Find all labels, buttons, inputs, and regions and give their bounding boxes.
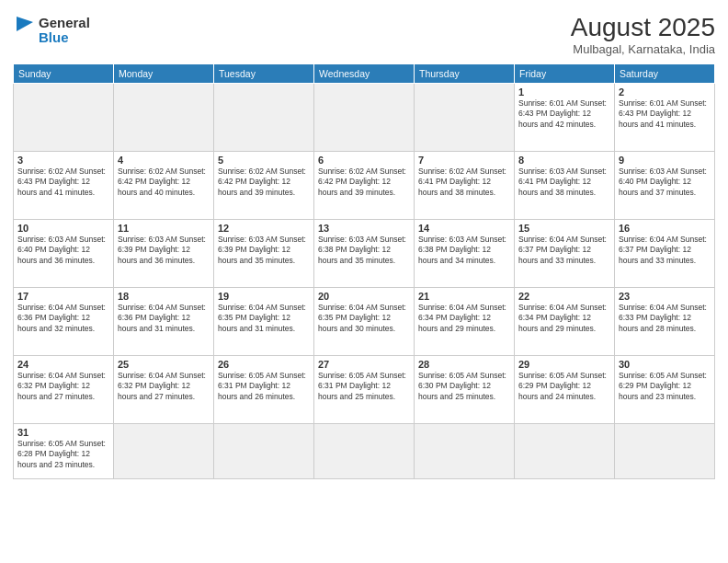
day-number: 20 xyxy=(318,291,410,302)
col-header-tuesday: Tuesday xyxy=(214,64,314,84)
day-number: 31 xyxy=(17,427,109,438)
day-info: Sunrise: 6:05 AM Sunset: 6:31 PM Dayligh… xyxy=(318,371,410,402)
day-info: Sunrise: 6:03 AM Sunset: 6:38 PM Dayligh… xyxy=(418,235,510,266)
calendar-cell xyxy=(214,424,314,479)
svg-marker-0 xyxy=(17,17,33,31)
calendar-cell: 7Sunrise: 6:02 AM Sunset: 6:41 PM Daylig… xyxy=(415,152,515,220)
day-info: Sunrise: 6:03 AM Sunset: 6:40 PM Dayligh… xyxy=(17,235,109,266)
day-number: 18 xyxy=(118,291,210,302)
day-number: 28 xyxy=(418,359,510,370)
day-info: Sunrise: 6:03 AM Sunset: 6:39 PM Dayligh… xyxy=(118,235,210,266)
day-number: 16 xyxy=(619,223,711,234)
day-info: Sunrise: 6:01 AM Sunset: 6:43 PM Dayligh… xyxy=(518,98,610,130)
day-info: Sunrise: 6:05 AM Sunset: 6:30 PM Dayligh… xyxy=(418,371,510,402)
day-number: 24 xyxy=(17,359,109,370)
page-header: GeneralBlue August 2025 Mulbagal, Karnat… xyxy=(13,13,715,56)
calendar-cell: 12Sunrise: 6:03 AM Sunset: 6:39 PM Dayli… xyxy=(214,220,314,288)
calendar-cell: 30Sunrise: 6:05 AM Sunset: 6:29 PM Dayli… xyxy=(615,356,715,424)
day-info: Sunrise: 6:05 AM Sunset: 6:28 PM Dayligh… xyxy=(17,439,109,470)
logo: GeneralBlue xyxy=(13,13,96,48)
calendar-table: SundayMondayTuesdayWednesdayThursdayFrid… xyxy=(13,63,715,479)
day-number: 6 xyxy=(318,155,410,166)
day-info: Sunrise: 6:02 AM Sunset: 6:41 PM Dayligh… xyxy=(418,167,510,198)
title-block: August 2025 Mulbagal, Karnataka, India xyxy=(571,13,715,56)
day-info: Sunrise: 6:04 AM Sunset: 6:33 PM Dayligh… xyxy=(619,303,711,334)
day-number: 10 xyxy=(17,223,109,234)
calendar-cell: 28Sunrise: 6:05 AM Sunset: 6:30 PM Dayli… xyxy=(415,356,515,424)
day-info: Sunrise: 6:03 AM Sunset: 6:39 PM Dayligh… xyxy=(218,235,310,266)
location-subtitle: Mulbagal, Karnataka, India xyxy=(571,42,715,56)
calendar-cell: 6Sunrise: 6:02 AM Sunset: 6:42 PM Daylig… xyxy=(314,152,415,220)
col-header-wednesday: Wednesday xyxy=(314,64,415,84)
calendar-cell xyxy=(615,424,715,479)
calendar-week-row: 31Sunrise: 6:05 AM Sunset: 6:28 PM Dayli… xyxy=(14,424,715,479)
day-info: Sunrise: 6:04 AM Sunset: 6:35 PM Dayligh… xyxy=(218,303,310,334)
calendar-cell: 29Sunrise: 6:05 AM Sunset: 6:29 PM Dayli… xyxy=(515,356,615,424)
calendar-cell: 18Sunrise: 6:04 AM Sunset: 6:36 PM Dayli… xyxy=(114,288,214,356)
day-number: 2 xyxy=(619,86,711,98)
col-header-sunday: Sunday xyxy=(14,64,114,84)
day-number: 30 xyxy=(619,359,711,370)
day-number: 9 xyxy=(619,155,711,166)
day-info: Sunrise: 6:02 AM Sunset: 6:42 PM Dayligh… xyxy=(218,167,310,198)
calendar-cell: 20Sunrise: 6:04 AM Sunset: 6:35 PM Dayli… xyxy=(314,288,415,356)
calendar-cell xyxy=(14,84,114,152)
calendar-cell xyxy=(114,424,214,479)
calendar-cell xyxy=(214,84,314,152)
day-number: 13 xyxy=(318,223,410,234)
calendar-cell: 2Sunrise: 6:01 AM Sunset: 6:43 PM Daylig… xyxy=(615,84,715,152)
calendar-cell: 9Sunrise: 6:03 AM Sunset: 6:40 PM Daylig… xyxy=(615,152,715,220)
day-info: Sunrise: 6:04 AM Sunset: 6:32 PM Dayligh… xyxy=(17,371,109,402)
day-number: 14 xyxy=(418,223,510,234)
day-number: 19 xyxy=(218,291,310,302)
calendar-cell: 8Sunrise: 6:03 AM Sunset: 6:41 PM Daylig… xyxy=(515,152,615,220)
calendar-cell xyxy=(314,424,415,479)
day-info: Sunrise: 6:04 AM Sunset: 6:37 PM Dayligh… xyxy=(619,235,711,266)
calendar-cell xyxy=(515,424,615,479)
day-info: Sunrise: 6:05 AM Sunset: 6:31 PM Dayligh… xyxy=(218,371,310,402)
calendar-cell: 17Sunrise: 6:04 AM Sunset: 6:36 PM Dayli… xyxy=(14,288,114,356)
calendar-cell: 25Sunrise: 6:04 AM Sunset: 6:32 PM Dayli… xyxy=(114,356,214,424)
calendar-cell: 15Sunrise: 6:04 AM Sunset: 6:37 PM Dayli… xyxy=(515,220,615,288)
day-number: 7 xyxy=(418,155,510,166)
calendar-cell xyxy=(114,84,214,152)
calendar-cell: 10Sunrise: 6:03 AM Sunset: 6:40 PM Dayli… xyxy=(14,220,114,288)
col-header-monday: Monday xyxy=(114,64,214,84)
day-number: 23 xyxy=(619,291,711,302)
calendar-week-row: 3Sunrise: 6:02 AM Sunset: 6:43 PM Daylig… xyxy=(14,152,715,220)
day-number: 26 xyxy=(218,359,310,370)
day-info: Sunrise: 6:04 AM Sunset: 6:35 PM Dayligh… xyxy=(318,303,410,334)
calendar-cell: 19Sunrise: 6:04 AM Sunset: 6:35 PM Dayli… xyxy=(214,288,314,356)
calendar-cell: 27Sunrise: 6:05 AM Sunset: 6:31 PM Dayli… xyxy=(314,356,415,424)
day-number: 17 xyxy=(17,291,109,302)
calendar-cell: 11Sunrise: 6:03 AM Sunset: 6:39 PM Dayli… xyxy=(114,220,214,288)
calendar-cell: 26Sunrise: 6:05 AM Sunset: 6:31 PM Dayli… xyxy=(214,356,314,424)
day-number: 8 xyxy=(518,155,610,166)
calendar-cell xyxy=(314,84,415,152)
calendar-header-row: SundayMondayTuesdayWednesdayThursdayFrid… xyxy=(14,64,715,84)
calendar-cell xyxy=(415,84,515,152)
day-info: Sunrise: 6:02 AM Sunset: 6:43 PM Dayligh… xyxy=(17,167,109,198)
calendar-cell: 21Sunrise: 6:04 AM Sunset: 6:34 PM Dayli… xyxy=(415,288,515,356)
calendar-week-row: 24Sunrise: 6:04 AM Sunset: 6:32 PM Dayli… xyxy=(14,356,715,424)
calendar-cell: 31Sunrise: 6:05 AM Sunset: 6:28 PM Dayli… xyxy=(14,424,114,479)
col-header-thursday: Thursday xyxy=(415,64,515,84)
day-info: Sunrise: 6:04 AM Sunset: 6:34 PM Dayligh… xyxy=(518,303,610,334)
day-info: Sunrise: 6:03 AM Sunset: 6:38 PM Dayligh… xyxy=(318,235,410,266)
col-header-friday: Friday xyxy=(515,64,615,84)
day-info: Sunrise: 6:04 AM Sunset: 6:32 PM Dayligh… xyxy=(118,371,210,402)
day-number: 21 xyxy=(418,291,510,302)
svg-text:Blue: Blue xyxy=(39,29,69,45)
day-number: 22 xyxy=(518,291,610,302)
day-info: Sunrise: 6:05 AM Sunset: 6:29 PM Dayligh… xyxy=(619,371,711,402)
calendar-cell: 24Sunrise: 6:04 AM Sunset: 6:32 PM Dayli… xyxy=(14,356,114,424)
calendar-week-row: 17Sunrise: 6:04 AM Sunset: 6:36 PM Dayli… xyxy=(14,288,715,356)
day-number: 3 xyxy=(17,155,109,166)
logo-svg: GeneralBlue xyxy=(13,13,96,48)
calendar-cell xyxy=(415,424,515,479)
day-info: Sunrise: 6:04 AM Sunset: 6:36 PM Dayligh… xyxy=(17,303,109,334)
day-number: 25 xyxy=(118,359,210,370)
day-info: Sunrise: 6:04 AM Sunset: 6:37 PM Dayligh… xyxy=(518,235,610,266)
calendar-cell: 23Sunrise: 6:04 AM Sunset: 6:33 PM Dayli… xyxy=(615,288,715,356)
day-number: 29 xyxy=(518,359,610,370)
